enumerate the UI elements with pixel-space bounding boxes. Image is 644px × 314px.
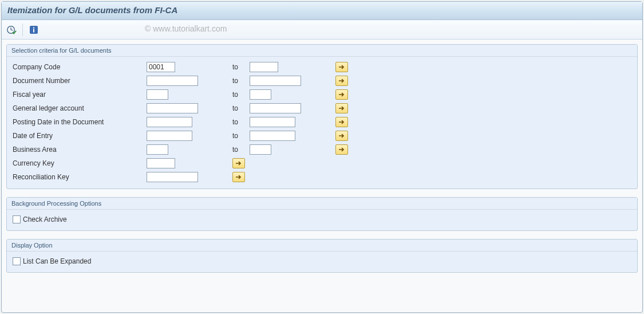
posting_date-to-input[interactable] xyxy=(250,117,295,127)
doc_number-from-input[interactable] xyxy=(147,76,198,86)
arrow-right-icon xyxy=(338,92,345,97)
company_code-from-input[interactable] xyxy=(147,62,175,72)
recon_key-multiple-selection-button[interactable] xyxy=(232,172,245,182)
toolbar-divider xyxy=(22,23,23,36)
gl_account-from-input[interactable] xyxy=(147,103,198,113)
criteria-row-doc_number: Document Numberto xyxy=(11,74,633,88)
criteria-label: Date of Entry xyxy=(11,132,147,140)
svg-rect-5 xyxy=(33,29,34,32)
to-label: to xyxy=(232,104,250,112)
date_of_entry-from-input[interactable] xyxy=(147,131,192,141)
toolbar: © www.tutorialkart.com xyxy=(2,20,642,40)
group-background-processing: Background Processing Options Check Arch… xyxy=(6,197,638,231)
to-label: to xyxy=(232,63,250,71)
arrow-right-icon xyxy=(338,147,345,152)
group-title-selection: Selection criteria for G/L documents xyxy=(7,45,637,54)
to-label: to xyxy=(232,118,250,126)
app-window: Itemization for G/L documents from FI-CA… xyxy=(1,1,643,313)
group-title-bg: Background Processing Options xyxy=(7,198,637,207)
criteria-label: Business Area xyxy=(11,146,147,154)
to-label: to xyxy=(232,77,250,85)
to-label: to xyxy=(232,146,250,154)
check-archive-checkbox[interactable] xyxy=(13,215,21,223)
arrow-right-icon xyxy=(235,174,242,180)
watermark: © www.tutorialkart.com xyxy=(145,24,227,33)
info-icon xyxy=(29,25,38,34)
doc_number-to-input[interactable] xyxy=(250,76,301,86)
arrow-right-icon xyxy=(235,160,242,166)
criteria-label: General ledger account xyxy=(11,104,147,112)
company_code-to-input[interactable] xyxy=(250,62,278,72)
criteria-row-gl_account: General ledger accountto xyxy=(11,101,633,115)
date_of_entry-to-input[interactable] xyxy=(250,131,295,141)
group-display-option: Display Option List Can Be Expanded xyxy=(6,239,638,273)
criteria-label: Company Code xyxy=(11,63,147,71)
title-bar: Itemization for G/L documents from FI-CA xyxy=(2,2,642,20)
criteria-label: Currency Key xyxy=(11,159,147,167)
fiscal_year-from-input[interactable] xyxy=(147,89,168,100)
svg-rect-4 xyxy=(33,27,34,28)
criteria-label: Posting Date in the Document xyxy=(11,118,147,126)
business_area-from-input[interactable] xyxy=(147,144,168,155)
criteria-row-posting_date: Posting Date in the Documentto xyxy=(11,115,633,129)
arrow-right-icon xyxy=(338,105,345,111)
currency_key-from-input[interactable] xyxy=(147,158,175,168)
posting_date-from-input[interactable] xyxy=(147,117,192,127)
list-expandable-checkbox[interactable] xyxy=(13,257,21,265)
arrow-right-icon xyxy=(338,64,345,70)
arrow-right-icon xyxy=(338,133,345,139)
criteria-row-recon_key: Reconciliation Key xyxy=(11,170,633,184)
business_area-to-input[interactable] xyxy=(250,144,271,155)
gl_account-multiple-selection-button[interactable] xyxy=(335,103,348,113)
fiscal_year-multiple-selection-button[interactable] xyxy=(335,89,348,100)
arrow-right-icon xyxy=(338,119,345,125)
check-archive-label: Check Archive xyxy=(23,215,67,223)
group-selection-criteria: Selection criteria for G/L documents Com… xyxy=(6,44,638,189)
criteria-label: Fiscal year xyxy=(11,91,147,99)
criteria-row-business_area: Business Areato xyxy=(11,143,633,156)
criteria-row-currency_key: Currency Key xyxy=(11,156,633,170)
gl_account-to-input[interactable] xyxy=(250,103,301,113)
content-area: Selection criteria for G/L documents Com… xyxy=(2,40,642,273)
doc_number-multiple-selection-button[interactable] xyxy=(335,76,348,86)
page-title: Itemization for G/L documents from FI-CA xyxy=(7,5,177,15)
group-body-bg: Check Archive xyxy=(7,209,637,230)
criteria-row-date_of_entry: Date of Entryto xyxy=(11,129,633,143)
criteria-row-company_code: Company Codeto xyxy=(11,60,633,74)
currency_key-multiple-selection-button[interactable] xyxy=(232,158,245,168)
business_area-multiple-selection-button[interactable] xyxy=(335,144,348,155)
svg-line-2 xyxy=(11,30,13,30)
group-body-selection: Company CodetoDocument NumbertoFiscal ye… xyxy=(7,56,637,189)
to-label: to xyxy=(232,91,250,99)
fiscal_year-to-input[interactable] xyxy=(250,89,271,100)
criteria-label: Document Number xyxy=(11,77,147,85)
criteria-label: Reconciliation Key xyxy=(11,173,147,181)
company_code-multiple-selection-button[interactable] xyxy=(335,62,348,72)
execute-button[interactable] xyxy=(5,23,18,36)
group-title-display: Display Option xyxy=(7,240,637,249)
posting_date-multiple-selection-button[interactable] xyxy=(335,117,348,127)
to-label: to xyxy=(232,132,250,140)
criteria-row-fiscal_year: Fiscal yearto xyxy=(11,88,633,101)
recon_key-from-input[interactable] xyxy=(147,172,198,182)
group-body-display: List Can Be Expanded xyxy=(7,251,637,272)
date_of_entry-multiple-selection-button[interactable] xyxy=(335,131,348,141)
list-expandable-label: List Can Be Expanded xyxy=(23,257,91,265)
arrow-right-icon xyxy=(338,78,345,84)
info-button[interactable] xyxy=(27,23,40,36)
clock-check-icon xyxy=(6,25,17,35)
